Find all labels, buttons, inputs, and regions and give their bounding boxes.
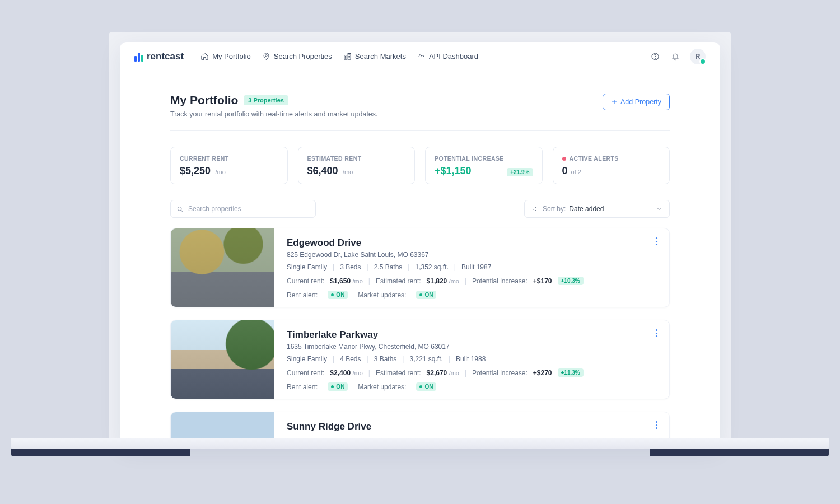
property-card[interactable]: Timberlake Parkway 1635 Timberlake Manor… xyxy=(170,320,670,399)
property-built: Built 1988 xyxy=(456,355,486,363)
avatar-initial: R xyxy=(696,53,701,60)
nav-label: Search Properties xyxy=(274,52,332,60)
home-icon xyxy=(200,52,209,60)
potential-increase-label: Potential increase: xyxy=(472,277,528,285)
card-menu-button[interactable] xyxy=(651,236,661,246)
notifications-button[interactable] xyxy=(670,51,681,62)
current-rent-value: $2,400 xyxy=(330,369,351,377)
divider xyxy=(170,130,670,131)
nav-api-dashboard[interactable]: API Dashboard xyxy=(417,52,478,60)
property-thumbnail xyxy=(171,228,274,307)
permo: /mo xyxy=(449,370,459,376)
stat-suffix: /mo xyxy=(216,169,226,175)
rent-alert-status: ON xyxy=(328,382,348,391)
page-subtitle: Track your rental portfolio with real-ti… xyxy=(170,110,378,118)
button-label: Add Property xyxy=(620,98,661,106)
laptop-frame-base xyxy=(11,438,829,461)
nav-my-portfolio[interactable]: My Portfolio xyxy=(200,52,251,60)
current-rent-value: $1,650 xyxy=(330,277,351,285)
logo-mark-icon xyxy=(134,52,143,62)
stat-estimated-rent: ESTIMATED RENT $6,400 /mo xyxy=(298,147,416,184)
rent-alert-label: Rent alert: xyxy=(287,291,318,299)
help-icon xyxy=(651,52,660,61)
stat-value: $5,250 xyxy=(180,165,211,176)
property-baths: 3 Baths xyxy=(374,355,397,363)
brand-logo[interactable]: rentcast xyxy=(134,51,184,62)
stat-active-alerts: ACTIVE ALERTS 0 of 2 xyxy=(553,147,670,184)
stat-percent-badge: +21.9% xyxy=(507,168,533,176)
api-icon xyxy=(417,52,426,60)
property-beds: 4 Beds xyxy=(340,355,361,363)
current-rent-label: Current rent: xyxy=(287,369,324,377)
chevron-down-icon xyxy=(656,206,662,212)
property-built: Built 1987 xyxy=(461,263,491,271)
bell-icon xyxy=(671,52,680,61)
main-content: My Portfolio 3 Properties Track your ren… xyxy=(120,71,720,445)
estimated-rent-label: Estimated rent: xyxy=(376,277,421,285)
rent-alert-label: Rent alert: xyxy=(287,383,318,391)
market-updates-label: Market updates: xyxy=(358,383,406,391)
property-baths: 2.5 Baths xyxy=(374,263,403,271)
plus-icon xyxy=(611,99,618,105)
search-input-wrapper[interactable] xyxy=(170,200,316,218)
stat-label: CURRENT RENT xyxy=(180,155,278,162)
nav-search-properties[interactable]: Search Properties xyxy=(262,52,332,60)
pin-icon xyxy=(262,52,270,60)
stat-current-rent: CURRENT RENT $5,250 /mo xyxy=(170,147,288,184)
sort-label: Sort by: xyxy=(543,205,566,213)
property-sqft: 1,352 sq.ft. xyxy=(415,263,448,271)
nav-label: Search Markets xyxy=(355,52,406,60)
property-beds: 3 Beds xyxy=(340,263,361,271)
property-sqft: 3,221 sq.ft. xyxy=(409,355,442,363)
potential-increase-value: +$270 xyxy=(533,369,552,377)
market-updates-status: ON xyxy=(416,382,436,391)
sort-icon xyxy=(531,206,538,212)
permo: /mo xyxy=(449,278,459,284)
sort-value: Date added xyxy=(569,205,604,213)
card-menu-button[interactable] xyxy=(651,328,661,338)
page-title: My Portfolio xyxy=(170,94,238,107)
property-thumbnail xyxy=(171,320,274,399)
potential-increase-value: +$170 xyxy=(533,277,552,285)
nav-label: My Portfolio xyxy=(212,52,251,60)
stat-value: 0 xyxy=(562,165,568,177)
estimated-rent-value: $2,670 xyxy=(427,369,447,377)
help-button[interactable] xyxy=(650,51,661,62)
stat-potential-increase: POTENTIAL INCREASE +$1,150 +21.9% xyxy=(425,147,543,184)
svg-point-4 xyxy=(655,58,656,58)
stat-label: ESTIMATED RENT xyxy=(307,155,406,162)
svg-point-5 xyxy=(178,207,181,211)
search-icon xyxy=(176,206,184,213)
potential-increase-label: Potential increase: xyxy=(472,369,528,377)
app-window: rentcast My Portfolio Search Properties … xyxy=(120,42,720,445)
property-name: Edgewood Drive xyxy=(287,237,658,249)
increase-pct-badge: +11.3% xyxy=(558,368,584,377)
estimated-rent-value: $1,820 xyxy=(427,277,447,285)
sort-dropdown[interactable]: Sort by: Date added xyxy=(524,200,670,218)
buildings-icon xyxy=(343,52,352,60)
add-property-button[interactable]: Add Property xyxy=(603,94,670,110)
property-address: 1635 Timberlake Manor Pkwy, Chesterfield… xyxy=(287,343,658,351)
stat-suffix: /mo xyxy=(343,169,353,175)
svg-point-0 xyxy=(265,55,267,57)
card-menu-button[interactable] xyxy=(651,420,661,430)
brand-name: rentcast xyxy=(147,51,184,62)
stat-of-total: of 2 xyxy=(571,169,581,175)
property-address: 825 Edgewood Dr, Lake Saint Louis, MO 63… xyxy=(287,251,658,259)
stat-value: +$1,150 xyxy=(435,165,472,177)
top-nav: rentcast My Portfolio Search Properties … xyxy=(120,42,720,71)
permo: /mo xyxy=(352,278,362,284)
property-count-badge: 3 Properties xyxy=(244,95,288,105)
avatar[interactable]: R xyxy=(690,49,706,64)
property-type: Single Family xyxy=(287,263,327,271)
market-updates-label: Market updates: xyxy=(358,291,406,299)
search-input[interactable] xyxy=(188,205,310,213)
nav-label: API Dashboard xyxy=(429,52,478,60)
property-type: Single Family xyxy=(287,355,327,363)
property-card[interactable]: Edgewood Drive 825 Edgewood Dr, Lake Sai… xyxy=(170,228,670,307)
stat-label: POTENTIAL INCREASE xyxy=(435,155,533,162)
property-name: Timberlake Parkway xyxy=(287,329,658,340)
nav-search-markets[interactable]: Search Markets xyxy=(343,52,406,60)
stat-value: $6,400 xyxy=(307,165,338,176)
property-name: Sunny Ridge Drive xyxy=(287,421,658,432)
